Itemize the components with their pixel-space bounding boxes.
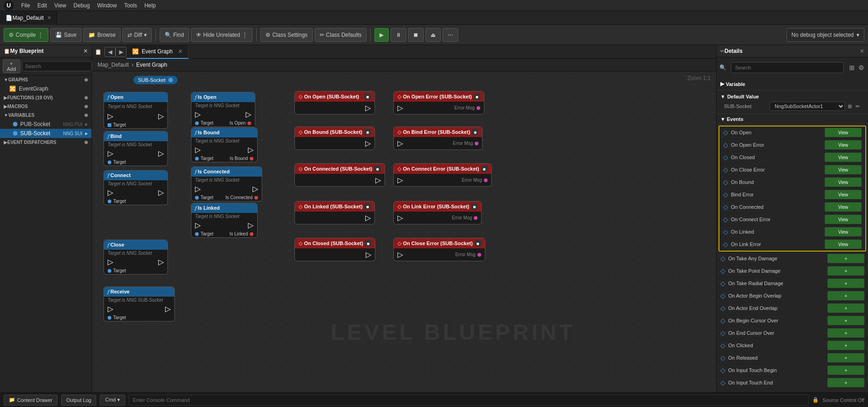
details-close[interactable]: ✕: [860, 48, 864, 54]
event-view-on-closed[interactable]: View: [825, 153, 862, 162]
event-add-clicked[interactable]: +: [828, 341, 864, 350]
event-view-bind-error[interactable]: View: [825, 190, 862, 199]
event-add-end-cursor-over[interactable]: +: [828, 328, 864, 338]
node-on-closed[interactable]: ◇On Closed (SUB-Socket) ■ ▷: [294, 238, 375, 261]
event-add-actor-begin-overlap[interactable]: +: [828, 291, 864, 300]
node-on-connect-error[interactable]: ◇On Connect Error (SUB-Socket) ■ ▷ Error…: [393, 163, 492, 187]
menu-help[interactable]: Help: [141, 2, 160, 9]
node-on-link-error[interactable]: ◇On Link Error (SUB-Socket) ■ ▷ Error Ms…: [393, 201, 482, 224]
output-log-button[interactable]: Output Log: [61, 395, 96, 406]
search-input[interactable]: [22, 61, 92, 71]
node-on-open[interactable]: ◇ On Open (SUB-Socket) ■ ▷: [294, 91, 375, 115]
source-control-icon[interactable]: 🔒: [812, 397, 819, 403]
event-add-input-touch-end[interactable]: +: [828, 378, 864, 387]
variables-add-icon[interactable]: ⊕: [84, 113, 88, 118]
hide-unrelated-button[interactable]: 👁 Hide Unrelated ⋮: [191, 28, 253, 42]
graph-tab-close[interactable]: ✕: [178, 48, 183, 55]
save-button[interactable]: 💾 Save: [50, 28, 81, 42]
menu-debug[interactable]: Debug: [70, 2, 93, 9]
event-view-on-bound[interactable]: View: [825, 178, 862, 187]
node-on-bound[interactable]: ◇On Bound (SUB-Socket) ■ ▷: [294, 126, 375, 150]
event-view-on-link-error[interactable]: View: [825, 240, 862, 249]
node-is-open[interactable]: 𝑓 Is Open Target is NNG Socket ▷ ▷ Targe…: [191, 92, 255, 127]
class-defaults-button[interactable]: ✏ Class Defaults: [315, 28, 367, 42]
event-add-begin-cursor-over[interactable]: +: [828, 316, 864, 325]
event-add-input-touch-begin[interactable]: +: [828, 366, 864, 375]
macros-add-icon[interactable]: ⊕: [84, 104, 88, 109]
events-section-header[interactable]: ▼ Events: [717, 114, 868, 125]
details-grid-view[interactable]: ⊞: [848, 63, 856, 72]
event-dispatchers-section-header[interactable]: ▶ EVENT DISPATCHERS ⊕: [0, 138, 92, 147]
sub-socket-edit-btn[interactable]: ✏: [855, 103, 861, 110]
event-add-take-point-damage[interactable]: +: [828, 266, 864, 275]
details-settings[interactable]: ⚙: [857, 63, 865, 72]
event-view-on-close-error[interactable]: View: [825, 165, 862, 174]
class-settings-button[interactable]: ⚙ Class Settings: [260, 28, 313, 42]
event-view-on-open-error[interactable]: View: [825, 140, 862, 149]
node-on-connected[interactable]: ◇On Connected (SUB-Socket) ■ ▷: [294, 163, 385, 187]
node-is-connected[interactable]: 𝑓 Is Connected Target is NNG Socket ▷▷ T…: [191, 166, 262, 201]
menu-file[interactable]: File: [17, 2, 34, 9]
event-view-on-connect-error[interactable]: View: [825, 215, 862, 224]
functions-section-header[interactable]: ▶ FUNCTIONS (19 OVI) ⊕: [0, 93, 92, 102]
cmd-button[interactable]: Cmd ▾: [100, 395, 125, 406]
event-graph-tab[interactable]: 🔀 Event Graph ✕: [126, 45, 189, 59]
debug-selector[interactable]: No debug object selected ▾: [787, 28, 864, 42]
default-value-section-header[interactable]: ▼ Default Value: [720, 92, 864, 101]
graph-canvas[interactable]: Zoom 1:1 LEVEL BLUEPRINT SUB-Socket 𝑓 Op…: [92, 71, 716, 382]
node-is-linked[interactable]: 𝑓 Is Linked Target is NNG Socket ▷▷ Targ…: [191, 203, 258, 238]
graph-nav-back[interactable]: ◀: [104, 47, 115, 57]
event-graph-item[interactable]: 🔀 EventGraph: [0, 84, 92, 93]
macros-section-header[interactable]: ▶ MACROS ⊕: [0, 102, 92, 111]
menu-tools[interactable]: Tools: [121, 2, 141, 9]
graph-back-icon[interactable]: 📋: [92, 47, 104, 57]
find-button[interactable]: 🔍 Find: [160, 28, 189, 42]
node-on-bind-error[interactable]: ◇On Bind Error (SUB-Socket) ■ ▷ Error Ms…: [393, 126, 483, 150]
node-connect[interactable]: 𝑓 Connect Target is NNG Socket ▷▷ Target: [103, 170, 168, 205]
menu-view[interactable]: View: [51, 2, 70, 9]
pause-button[interactable]: ⏸: [391, 28, 406, 42]
node-receive[interactable]: 𝑓 Receive Target is NNG SUB-Socket ▷▷ Ta…: [103, 287, 175, 321]
node-on-close-error[interactable]: ◇On Close Error (SUB-Socket) ■ ▷ Error M…: [393, 238, 485, 261]
compile-button[interactable]: ⚙ Compile ⋮: [4, 28, 48, 42]
more-button[interactable]: ⋯: [443, 28, 458, 42]
menu-window[interactable]: Window: [93, 2, 121, 9]
node-on-open-error[interactable]: ◇ On Open Error (SUB-Socket) ■ ▷ Error M…: [393, 91, 484, 115]
event-add-take-radial-damage[interactable]: +: [828, 279, 864, 288]
left-panel-close[interactable]: ✕: [83, 48, 88, 54]
node-open[interactable]: 𝑓 Open Target is NNG Socket ▷ ▷ Target: [103, 92, 168, 129]
stop-button[interactable]: ⏹: [408, 28, 424, 42]
dispatchers-add-icon[interactable]: ⊕: [84, 140, 88, 145]
play-button[interactable]: ▶: [374, 28, 389, 42]
event-add-actor-end-overlap[interactable]: +: [828, 304, 864, 313]
graph-nav-forward[interactable]: ▶: [115, 47, 126, 57]
menu-edit[interactable]: Edit: [34, 2, 51, 9]
event-add-released[interactable]: +: [828, 353, 864, 362]
node-is-bound[interactable]: 𝑓 Is Bound Target is NNG Socket ▷▷ Targe…: [191, 127, 258, 162]
functions-add-icon[interactable]: ⊕: [84, 95, 88, 100]
tab-map-default[interactable]: 📄 Map_Default ✕: [0, 11, 57, 25]
diff-button[interactable]: ⇄ Diff ▾: [122, 28, 151, 42]
sub-socket-browse-btn[interactable]: ⊞: [847, 103, 853, 110]
browse-button[interactable]: 📁 Browse: [83, 28, 121, 42]
node-close[interactable]: 𝑓 Close Target is NNG Socket ▷▷ Target: [103, 240, 168, 275]
event-view-on-connected[interactable]: View: [825, 202, 862, 212]
node-on-linked[interactable]: ◇On Linked (SUB-Socket) ■ ▷: [294, 201, 375, 224]
graphs-section-header[interactable]: ▼ GRAPHS ⊕: [0, 75, 92, 84]
event-add-take-any-damage[interactable]: +: [828, 254, 864, 263]
sub-socket-dropdown[interactable]: NngSubSocketActor1: [770, 102, 845, 111]
event-view-on-open[interactable]: View: [825, 128, 862, 137]
variables-section-header[interactable]: ▼ VARIABLES ⊕: [0, 111, 92, 120]
graphs-add-icon[interactable]: ⊕: [84, 77, 88, 82]
node-bind[interactable]: 𝑓 Bind Target is NNG Socket ▷▷ Target: [103, 131, 168, 166]
pub-socket-item[interactable]: PUB-Socket NNG PUI ▸: [0, 120, 92, 129]
console-input[interactable]: [129, 395, 809, 406]
eject-button[interactable]: ⏏: [425, 28, 441, 42]
sub-socket-item[interactable]: SUB-Socket NNG SUI ▸: [0, 129, 92, 138]
content-drawer-button[interactable]: 📁 Content Drawer: [4, 395, 57, 406]
add-button[interactable]: + Add: [3, 59, 20, 73]
details-search-input[interactable]: [731, 62, 844, 73]
tab-close-button[interactable]: ✕: [47, 15, 51, 20]
event-view-on-linked[interactable]: View: [825, 227, 862, 236]
variable-section-header[interactable]: ▶ Variable: [720, 80, 864, 88]
